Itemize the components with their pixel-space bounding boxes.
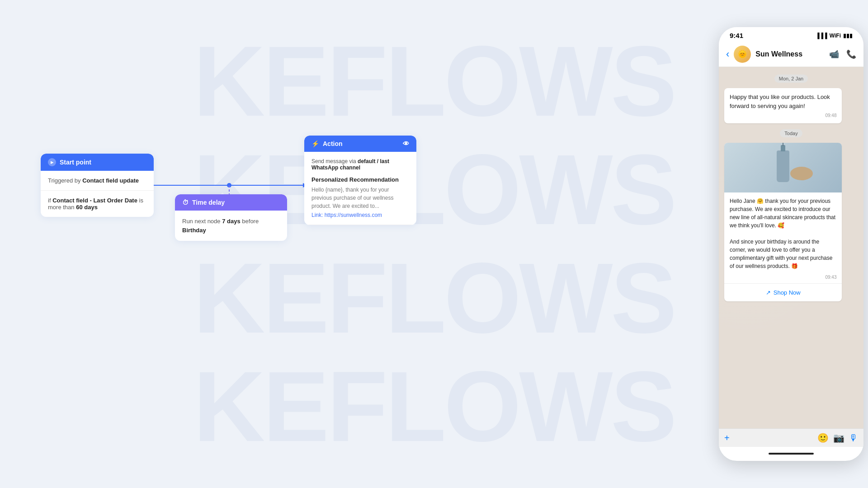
product-image [724, 143, 842, 192]
chat-header: ‹ 🌞 Sun Wellness 📹 📞 [719, 42, 863, 67]
bubble-1-text: Happy that you like our products. Look f… [730, 93, 836, 110]
send-label: Send message [311, 158, 348, 164]
play-icon: ▶ [48, 158, 56, 166]
phone-call-icon[interactable]: 📞 [846, 49, 856, 59]
condition-value: 60 days [76, 204, 98, 211]
condition-prefix: if [48, 197, 52, 204]
action-icon: ⚡ [311, 140, 319, 147]
action-node-body: Send message via default / last WhatsApp… [304, 152, 416, 225]
product-message-card: Hello Jane 🤗 thank you for your previous… [724, 143, 842, 301]
signal-icon: ▐▐▐ [816, 33, 827, 39]
trigger-value: Contact field update [82, 177, 139, 184]
header-action-icons: 📹 📞 [829, 49, 856, 59]
home-bar [719, 447, 863, 460]
shop-now-button[interactable]: ↗ Shop Now [724, 283, 842, 301]
video-call-icon[interactable]: 📹 [829, 49, 839, 59]
start-node-header: ▶ Start point [41, 154, 154, 171]
delay-suffix: before [242, 218, 259, 225]
action-node: ⚡ Action 👁 Send message via default / la… [304, 136, 416, 225]
action-header-left: ⚡ Action [311, 140, 343, 147]
delay-days: 7 days [222, 218, 240, 225]
delay-event: Birthday [182, 227, 206, 234]
chat-bubble-1: Happy that you like our products. Look f… [724, 88, 842, 123]
bubble-2-time: 09:43 [724, 275, 842, 283]
home-indicator [769, 453, 814, 455]
shop-now-label: Shop Now [774, 289, 801, 296]
action-node-header: ⚡ Action 👁 [304, 136, 416, 152]
condition-field: Contact field - Last Order Date [52, 197, 137, 204]
delay-node-title: Time delay [192, 199, 225, 206]
delay-node-header: ⏱ Time delay [175, 194, 287, 211]
date-badge-1: Mon, 2 Jan [724, 74, 858, 83]
start-node: ▶ Start point Triggered by Contact field… [41, 154, 154, 217]
sticker-icon[interactable]: 🙂 [817, 432, 829, 443]
phone-mockup: 9:41 ▐▐▐ WiFi ▮▮▮ ‹ 🌞 Sun Wellness 📹 📞 M… [719, 27, 863, 461]
start-node-condition: if Contact field - Last Order Date is mo… [41, 191, 154, 217]
mic-icon[interactable]: 🎙 [849, 433, 858, 443]
eye-icon[interactable]: 👁 [403, 140, 409, 147]
action-node-title: Action [323, 140, 343, 147]
delay-node-body: Run next node 7 days before Birthday [175, 211, 287, 241]
action-send-info: Send message via default / last WhatsApp… [311, 158, 409, 171]
product-base [790, 167, 813, 180]
action-card-title: Personalized Recommendation [311, 176, 409, 183]
contact-avatar: 🌞 [734, 46, 751, 63]
add-icon[interactable]: + [724, 433, 730, 443]
action-card-body: Hello {name}, thank you for your previou… [311, 186, 409, 210]
start-node-trigger: Triggered by Contact field update [41, 171, 154, 191]
delay-prefix: Run next node [182, 218, 221, 225]
external-link-icon: ↗ [766, 289, 771, 296]
back-button[interactable]: ‹ [726, 48, 729, 60]
battery-icon: ▮▮▮ [843, 33, 853, 39]
bubble-2-text: Hello Jane 🤗 thank you for your previous… [724, 192, 842, 275]
chat-input-bar: + 🙂 📷 🎙 [719, 428, 863, 447]
action-card-link: Link: https://sunwellness.com [311, 212, 409, 218]
status-time: 9:41 [730, 32, 743, 39]
bubble-1-time: 09:48 [730, 112, 836, 119]
status-bar: 9:41 ▐▐▐ WiFi ▮▮▮ [719, 27, 863, 42]
status-icons: ▐▐▐ WiFi ▮▮▮ [816, 33, 853, 39]
product-bottle [777, 150, 789, 182]
delay-icon: ⏱ [182, 199, 189, 206]
chat-messages: Mon, 2 Jan Happy that you like our produ… [719, 67, 863, 428]
date-badge-2: Today [724, 129, 858, 137]
contact-name: Sun Wellness [755, 50, 825, 58]
svg-point-1 [227, 183, 231, 188]
start-node-title: Start point [60, 159, 91, 166]
trigger-label: Triggered by [48, 177, 81, 184]
camera-icon[interactable]: 📷 [833, 432, 844, 443]
delay-node: ⏱ Time delay Run next node 7 days before… [175, 194, 287, 241]
wifi-icon: WiFi [830, 33, 841, 39]
